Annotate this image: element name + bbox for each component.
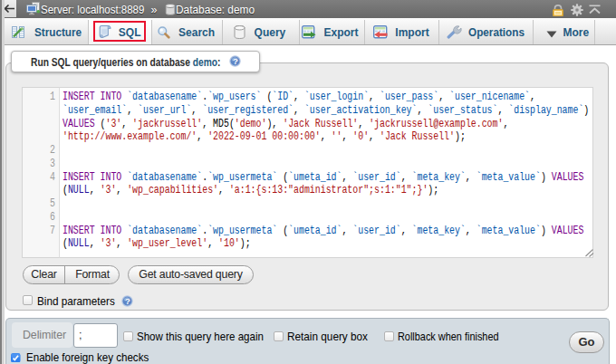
svg-text:?: ?: [233, 56, 238, 66]
svg-text:?: ?: [125, 296, 130, 306]
